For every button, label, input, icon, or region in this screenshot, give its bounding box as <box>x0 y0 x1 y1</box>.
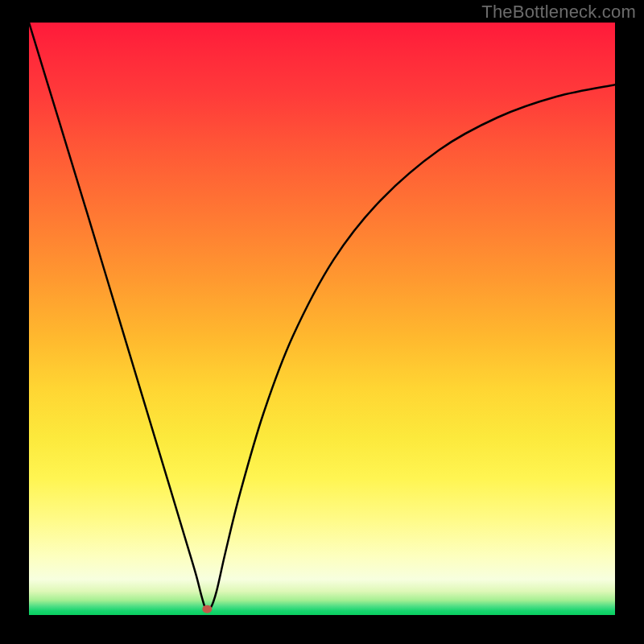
plot-area <box>29 23 615 615</box>
minimum-marker <box>202 605 212 613</box>
watermark-text: TheBottleneck.com <box>481 2 636 23</box>
curve-layer <box>29 23 615 615</box>
chart-container: TheBottleneck.com <box>0 0 644 644</box>
curve-path <box>29 23 615 610</box>
